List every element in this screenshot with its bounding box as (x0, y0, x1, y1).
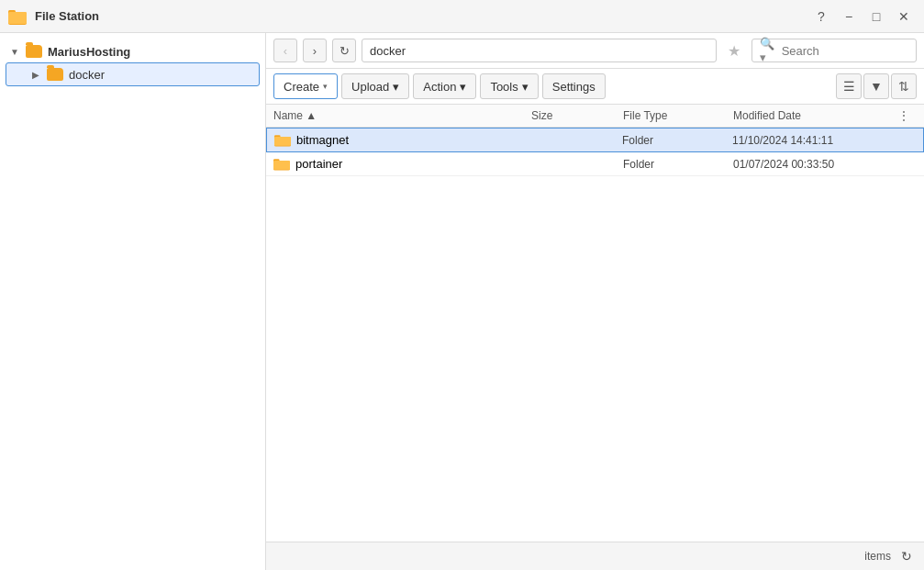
main-layout: ▼ MariusHosting ▶ docker ‹ › ↻ docker ★ … (0, 33, 924, 570)
sidebar-tree: ▼ MariusHosting ▶ docker (0, 33, 265, 94)
favorite-button[interactable]: ★ (722, 39, 746, 62)
tools-caret: ▾ (522, 80, 529, 94)
title-bar: File Station ? − □ ✕ (0, 0, 924, 33)
status-items-label: items (864, 550, 891, 563)
col-size[interactable]: Size (531, 109, 623, 122)
back-button[interactable]: ‹ (273, 39, 297, 62)
close-button[interactable]: ✕ (891, 4, 917, 29)
title-bar-left: File Station (7, 6, 99, 27)
action-toolbar: Create ▾ Upload ▾ Action ▾ Tools ▾ Setti… (266, 69, 924, 105)
sidebar-item-docker-label: docker (69, 68, 105, 82)
upload-label: Upload (351, 80, 389, 94)
docker-folder-icon (47, 68, 63, 81)
search-bar[interactable]: 🔍▾ (751, 39, 917, 62)
action-caret: ▾ (460, 80, 466, 94)
path-value: docker (370, 44, 406, 58)
tools-label: Tools (490, 80, 518, 94)
upload-caret: ▾ (393, 80, 399, 94)
title-bar-controls: ? − □ ✕ (808, 4, 917, 29)
forward-button[interactable]: › (303, 39, 327, 62)
col-name[interactable]: Name ▲ (273, 109, 531, 122)
search-dropdown-icon[interactable]: 🔍▾ (760, 37, 778, 64)
table-row[interactable]: bitmagnet Folder 11/10/2024 14:41:11 (266, 128, 924, 152)
col-filetype[interactable]: File Type (623, 109, 733, 122)
file-name: bitmagnet (296, 133, 349, 147)
settings-button[interactable]: Settings (542, 73, 606, 99)
app-icon (7, 6, 28, 27)
root-folder-icon (26, 45, 42, 58)
content-area: ‹ › ↻ docker ★ 🔍▾ Create ▾ Upload ▾ A (266, 33, 924, 570)
maximize-button[interactable]: □ (863, 4, 889, 29)
view-option-button[interactable]: ▼ (863, 73, 889, 99)
table-row[interactable]: portainer Folder 01/07/2024 00:33:50 (266, 152, 924, 176)
svg-rect-2 (8, 12, 27, 24)
path-bar: docker (362, 39, 717, 62)
toolbar-top: ‹ › ↻ docker ★ 🔍▾ (266, 33, 924, 69)
col-modifieddate[interactable]: Modified Date (733, 109, 898, 122)
action-button[interactable]: Action ▾ (413, 73, 476, 99)
tools-button[interactable]: Tools ▾ (480, 73, 538, 99)
file-modified-date: 01/07/2024 00:33:50 (733, 158, 898, 171)
create-caret: ▾ (323, 82, 328, 91)
folder-icon (274, 134, 291, 147)
folder-icon (273, 158, 290, 171)
create-button[interactable]: Create ▾ (273, 73, 338, 99)
file-type: Folder (623, 158, 733, 171)
svg-rect-5 (274, 136, 291, 145)
settings-label: Settings (552, 80, 596, 94)
action-label: Action (423, 80, 456, 94)
search-input[interactable] (782, 44, 908, 58)
view-btn-group: ☰ ▼ ⇅ (836, 73, 917, 99)
app-title: File Station (35, 9, 99, 23)
upload-button[interactable]: Upload ▾ (341, 73, 409, 99)
file-modified-date: 11/10/2024 14:41:11 (732, 134, 897, 147)
minimize-button[interactable]: − (836, 4, 862, 29)
status-bar: items ↻ (266, 542, 924, 570)
sidebar-root-label: MariusHosting (48, 45, 130, 59)
sidebar-root-item[interactable]: ▼ MariusHosting (0, 40, 265, 62)
create-label: Create (284, 80, 319, 94)
sidebar: ▼ MariusHosting ▶ docker (0, 33, 266, 570)
tree-toggle-root[interactable]: ▼ (7, 44, 22, 59)
svg-rect-8 (273, 160, 290, 169)
file-type: Folder (622, 134, 732, 147)
refresh-button[interactable]: ↻ (332, 39, 356, 62)
col-more[interactable]: ⋮ (898, 109, 917, 122)
list-view-button[interactable]: ☰ (836, 73, 862, 99)
file-list: Name ▲ Size File Type Modified Date ⋮ bi… (266, 105, 924, 542)
file-name-cell: bitmagnet (274, 133, 530, 147)
status-refresh-button[interactable]: ↻ (896, 546, 917, 566)
tree-toggle-docker[interactable]: ▶ (28, 67, 43, 82)
sort-button[interactable]: ⇅ (891, 73, 917, 99)
file-name-cell: portainer (273, 157, 531, 171)
file-list-header: Name ▲ Size File Type Modified Date ⋮ (266, 105, 924, 128)
sidebar-item-docker[interactable]: ▶ docker (6, 62, 260, 86)
help-button[interactable]: ? (808, 4, 834, 29)
file-name: portainer (295, 157, 342, 171)
